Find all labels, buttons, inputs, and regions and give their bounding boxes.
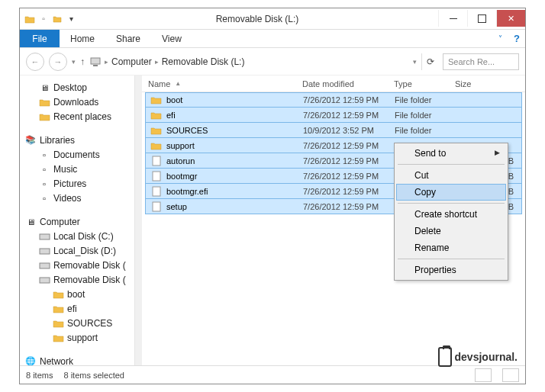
file-name: SOURCES <box>166 126 208 135</box>
file-row[interactable]: SOURCES 10/9/2012 3:52 PM File folder <box>145 123 522 138</box>
maximize-button[interactable] <box>467 10 496 27</box>
details-view-button[interactable] <box>475 368 492 382</box>
sort-asc-icon: ▲ <box>175 80 181 87</box>
file-date: 7/26/2012 12:59 PM <box>303 141 395 150</box>
tree-network[interactable]: 🌐Network <box>24 354 134 365</box>
thumb-view-button[interactable] <box>502 368 519 382</box>
tree-drive-3[interactable]: Removable Disk ( <box>24 272 134 287</box>
ctx-delete[interactable]: Delete <box>396 223 506 239</box>
drive-icon <box>38 245 50 257</box>
file-icon <box>150 201 162 211</box>
file-name: efi <box>166 111 176 120</box>
window-title: Removable Disk (L:) <box>76 14 438 24</box>
svg-rect-1 <box>93 65 98 66</box>
tree-scrollbar[interactable] <box>134 76 142 365</box>
bc-computer[interactable]: Computer <box>111 56 152 67</box>
qat-open-icon[interactable] <box>52 14 63 24</box>
tree-lib-2[interactable]: ▫Pictures <box>24 176 134 191</box>
status-bar: 8 items 8 items selected <box>20 365 525 384</box>
tree-subfolder-2[interactable]: SOURCES <box>24 316 134 330</box>
ctx-send to[interactable]: Send to▶ <box>396 145 506 162</box>
tree-lib-0[interactable]: ▫Documents <box>24 147 134 162</box>
doc-icon: ▫ <box>38 149 50 161</box>
tree-drive-1[interactable]: Local_Disk (D:) <box>24 243 134 258</box>
folder-icon <box>52 288 64 300</box>
recent-dropdown-icon[interactable]: ▾ <box>72 58 76 66</box>
folder-icon <box>150 140 162 150</box>
phone-icon <box>438 347 452 367</box>
bc-dropdown-icon[interactable]: ▾ <box>413 58 417 66</box>
tree-fav-0[interactable]: 🖥Desktop <box>24 80 134 95</box>
tree-fav-2[interactable]: Recent places <box>24 109 134 124</box>
tab-view[interactable]: View <box>151 30 192 47</box>
tree-subfolder-3[interactable]: support <box>24 330 134 345</box>
file-icon <box>150 156 162 165</box>
tree-lib-1[interactable]: ▫Music <box>24 162 134 176</box>
file-type: File folder <box>395 95 456 104</box>
tab-home[interactable]: Home <box>60 30 105 47</box>
ctx-cut[interactable]: Cut <box>396 167 506 184</box>
refresh-button[interactable]: ⟳ <box>421 53 438 70</box>
desktop-icon: 🖥 <box>38 82 50 94</box>
tree-drive-0[interactable]: Local Disk (C:) <box>24 229 134 243</box>
column-headers[interactable]: Name▲ Date modified Type Size <box>142 76 525 92</box>
col-size[interactable]: Size <box>455 79 525 88</box>
file-row[interactable]: efi 7/26/2012 12:59 PM File folder <box>145 108 522 123</box>
tree-fav-1[interactable]: Downloads <box>24 95 134 109</box>
svg-rect-0 <box>91 58 100 64</box>
ctx-rename[interactable]: Rename <box>396 239 506 256</box>
tree-computer[interactable]: 🖥Computer <box>24 214 134 229</box>
up-button[interactable]: ↑ <box>80 56 85 67</box>
tree-libraries[interactable]: 📚Libraries <box>24 133 134 147</box>
status-selected: 8 items selected <box>63 371 124 380</box>
ctx-copy[interactable]: Copy <box>396 184 506 201</box>
file-name: bootmgr <box>166 172 197 181</box>
folder-icon <box>52 303 64 315</box>
ctx-properties[interactable]: Properties <box>396 262 506 278</box>
file-date: 7/26/2012 12:59 PM <box>303 111 395 120</box>
col-name[interactable]: Name <box>148 79 170 88</box>
context-menu: Send to▶CutCopyCreate shortcutDeleteRena… <box>394 143 508 281</box>
col-date[interactable]: Date modified <box>302 79 394 88</box>
tree-subfolder-1[interactable]: efi <box>24 301 134 316</box>
help-icon[interactable]: ? <box>508 30 525 47</box>
svg-rect-9 <box>153 202 160 211</box>
tree-lib-3[interactable]: ▫Videos <box>24 191 134 205</box>
ribbon: File Home Share View ˅ ? <box>20 30 525 48</box>
file-tab[interactable]: File <box>20 30 60 47</box>
search-input[interactable]: Search Re... <box>443 53 519 70</box>
back-button[interactable]: ← <box>26 53 44 71</box>
nav-tree: 🖥DesktopDownloadsRecent places📚Libraries… <box>20 76 134 365</box>
library-icon: 📚 <box>24 134 37 146</box>
close-button[interactable] <box>496 10 525 27</box>
file-icon <box>150 186 162 196</box>
drive-icon <box>38 230 50 243</box>
folder-icon <box>150 125 162 135</box>
title-bar: ▫ ▾ Removable Disk (L:) <box>20 8 525 30</box>
file-date: 7/26/2012 12:59 PM <box>303 156 395 165</box>
forward-button[interactable]: → <box>49 53 67 71</box>
ribbon-toggle-icon[interactable]: ˅ <box>492 30 508 47</box>
folder-icon <box>52 317 64 329</box>
tree-drive-2[interactable]: Removable Disk ( <box>24 258 134 272</box>
folder-icon <box>150 110 162 120</box>
col-type[interactable]: Type <box>394 79 455 88</box>
breadcrumb[interactable]: ▸ Computer ▸ Removable Disk (L:) ▾ <box>89 53 417 71</box>
ctx-separator <box>398 203 505 204</box>
folder-icon <box>38 111 50 123</box>
file-row[interactable]: boot 7/26/2012 12:59 PM File folder <box>145 92 522 108</box>
qat-dropdown-icon[interactable]: ▾ <box>66 14 76 24</box>
file-date: 7/26/2012 12:59 PM <box>303 187 395 196</box>
file-date: 7/26/2012 12:59 PM <box>303 95 395 104</box>
ctx-create shortcut[interactable]: Create shortcut <box>396 206 506 223</box>
tree-subfolder-0[interactable]: boot <box>24 287 134 301</box>
computer-icon <box>89 56 102 67</box>
bc-current[interactable]: Removable Disk (L:) <box>162 56 245 67</box>
file-type: File folder <box>395 126 456 135</box>
file-type: File folder <box>395 111 456 120</box>
tab-share[interactable]: Share <box>105 30 151 47</box>
status-count: 8 items <box>26 371 53 380</box>
svg-rect-5 <box>40 278 50 283</box>
minimize-button[interactable] <box>438 10 467 27</box>
qat-new-icon[interactable]: ▫ <box>38 14 49 24</box>
